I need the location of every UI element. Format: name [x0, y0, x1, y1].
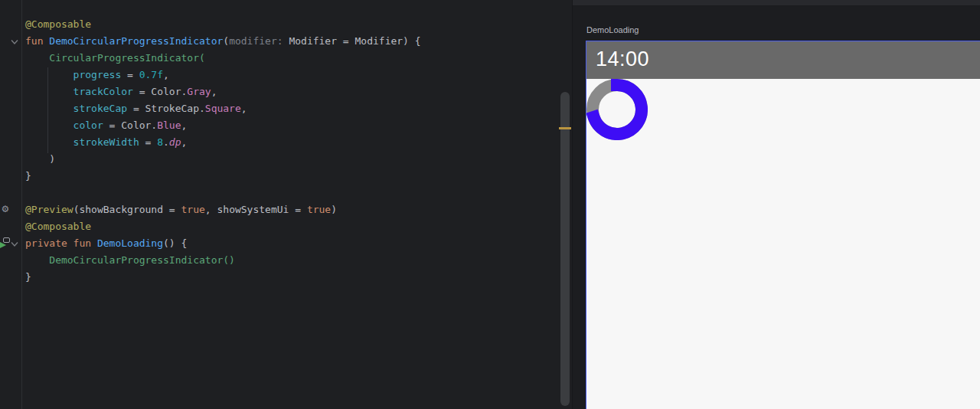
- code-line[interactable]: fun DemoCircularProgressIndicator(modifi…: [0, 33, 551, 50]
- code-line[interactable]: strokeWidth = 8.dp,: [0, 134, 551, 151]
- run-preview-icon[interactable]: [0, 237, 11, 248]
- code-line[interactable]: progress = 0.7f,: [0, 67, 551, 83]
- warning-stripe-mark[interactable]: [559, 127, 571, 129]
- compose-preview-panel: DemoLoading 14:00: [573, 0, 980, 409]
- code-line[interactable]: [0, 185, 551, 201]
- code-line[interactable]: }: [0, 269, 551, 286]
- chevron-down-icon[interactable]: [10, 38, 19, 46]
- code-line[interactable]: }: [0, 168, 551, 185]
- android-studio-window: @Composablefun DemoCircularProgressIndic…: [0, 0, 980, 409]
- circular-progress-indicator: [586, 79, 648, 140]
- editor-scrollbar-thumb[interactable]: [560, 92, 570, 406]
- status-bar-time: 14:00: [596, 47, 649, 71]
- code-line[interactable]: @Preview(showBackground = true, showSyst…: [0, 201, 551, 218]
- preview-frame[interactable]: 14:00: [586, 41, 980, 409]
- chevron-down-icon[interactable]: [10, 240, 19, 248]
- code-line[interactable]: trackColor = Color.Gray,: [0, 83, 551, 100]
- device-status-bar: 14:00: [586, 41, 980, 79]
- play-triangle-glyph: [0, 242, 6, 248]
- code-line[interactable]: DemoCircularProgressIndicator(): [0, 252, 551, 269]
- code-line[interactable]: @Composable: [0, 16, 551, 33]
- code-line[interactable]: ): [0, 151, 551, 168]
- preview-content: [586, 79, 980, 409]
- code-line[interactable]: @Composable: [0, 218, 551, 235]
- code-line[interactable]: strokeCap = StrokeCap.Square,: [0, 100, 551, 117]
- code-line[interactable]: private fun DemoLoading() {: [0, 235, 551, 252]
- preview-toolbar-strip: [573, 0, 980, 6]
- preview-title: DemoLoading: [586, 25, 639, 34]
- code-line[interactable]: color = Color.Blue,: [0, 117, 551, 134]
- code-lines[interactable]: @Composablefun DemoCircularProgressIndic…: [0, 16, 551, 286]
- code-editor[interactable]: @Composablefun DemoCircularProgressIndic…: [0, 0, 573, 409]
- preview-settings-gear-icon[interactable]: ⚙: [0, 204, 11, 214]
- code-line[interactable]: CircularProgressIndicator(: [0, 50, 551, 67]
